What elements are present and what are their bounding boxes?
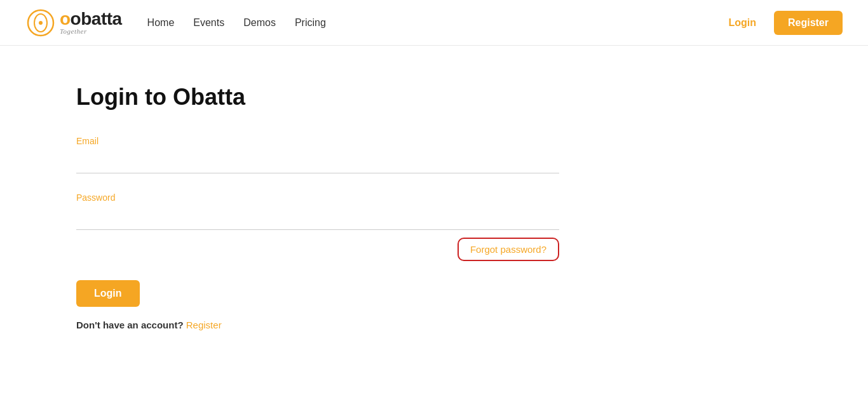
password-field-group: Password	[76, 192, 559, 230]
site-header: oobatta Together Home Events Demos Prici…	[0, 0, 868, 46]
nav-login-button[interactable]: Login	[721, 13, 764, 32]
header-left: oobatta Together Home Events Demos Prici…	[25, 8, 326, 38]
nav-item-demos[interactable]: Demos	[243, 17, 276, 29]
header-right: Login Register	[721, 11, 843, 35]
email-input[interactable]	[76, 151, 559, 173]
password-label: Password	[76, 192, 559, 203]
page-title: Login to Obatta	[76, 84, 868, 111]
logo-brand: oobatta	[60, 10, 122, 28]
register-prompt: Don't have an account? Register	[76, 320, 868, 330]
email-label: Email	[76, 136, 559, 146]
login-button-container: Login	[76, 261, 868, 320]
forgot-password-container: Forgot password?	[76, 238, 559, 261]
nav-item-home[interactable]: Home	[147, 17, 175, 29]
logo-icon	[25, 8, 56, 38]
main-nav: Home Events Demos Pricing	[147, 17, 326, 29]
main-content: Login to Obatta Email Password Forgot pa…	[0, 46, 868, 330]
logo: oobatta Together	[25, 8, 122, 38]
no-account-text: Don't have an account?	[76, 320, 184, 330]
password-input[interactable]	[76, 208, 559, 230]
email-field-group: Email	[76, 136, 559, 173]
forgot-password-link[interactable]: Forgot password?	[458, 238, 559, 261]
nav-item-events[interactable]: Events	[193, 17, 224, 29]
register-link[interactable]: Register	[186, 320, 222, 330]
logo-text: oobatta Together	[60, 10, 122, 35]
nav-register-button[interactable]: Register	[774, 11, 843, 35]
login-button[interactable]: Login	[76, 280, 140, 307]
svg-point-2	[39, 21, 43, 25]
logo-tagline: Together	[60, 28, 122, 35]
nav-item-pricing[interactable]: Pricing	[295, 17, 326, 29]
